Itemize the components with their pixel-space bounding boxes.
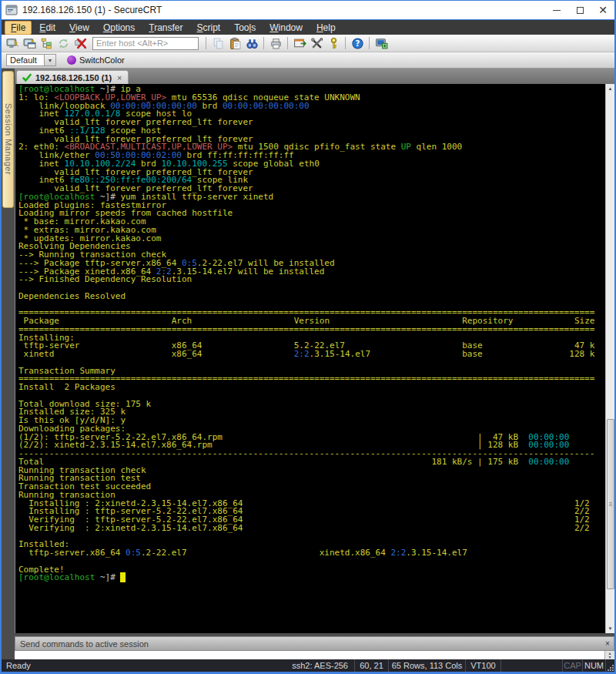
menu-item-window[interactable]: Window: [263, 21, 309, 35]
main-area: Session Manager 192.168.126.150 (1) × [r…: [2, 69, 614, 659]
firewall-combo[interactable]: Default ▼: [6, 54, 56, 66]
paste-button[interactable]: [227, 36, 243, 51]
send-bar-close-icon[interactable]: ×: [601, 639, 614, 648]
quick-connect-icon: [6, 37, 19, 50]
status-ready: Ready: [2, 659, 216, 672]
tab-bar: 192.168.126.150 (1) ×: [15, 69, 614, 84]
menu-item-options[interactable]: Options: [97, 21, 141, 35]
toolbar-separator: [263, 37, 264, 49]
close-button[interactable]: ✕: [591, 1, 614, 19]
menu-item-view[interactable]: View: [63, 21, 95, 35]
toolbar-separator: [345, 37, 346, 49]
status-caps-lock: CAP: [562, 659, 582, 672]
status-num-lock: NUM: [582, 659, 605, 672]
clone-session-button[interactable]: [373, 36, 389, 51]
switch-color-button[interactable]: SwitchColor: [64, 55, 128, 65]
menu-item-file[interactable]: File: [5, 21, 32, 35]
content-column: 192.168.126.150 (1) × [root@localhost ~]…: [15, 69, 614, 659]
find-icon: [246, 37, 259, 50]
scrollbar-grip: [609, 504, 612, 505]
terminal-line: [18, 533, 605, 542]
terminal-line: [root@localhost ~]#: [18, 574, 605, 582]
status-protocol: ssh2: AES-256: [216, 659, 354, 672]
keymap-button[interactable]: [326, 36, 341, 51]
menu-item-edit[interactable]: Edit: [33, 21, 62, 35]
scrollbar-up-icon[interactable]: ▲: [606, 84, 614, 93]
terminal-cursor: [120, 572, 126, 582]
status-terminal-size: 65 Rows, 113 Cols: [388, 659, 465, 672]
session-manager-tab[interactable]: Session Manager: [2, 71, 14, 208]
tab-close-icon[interactable]: ×: [117, 73, 122, 82]
reconnect-button[interactable]: [55, 36, 71, 51]
disconnect-button[interactable]: [72, 36, 88, 51]
session-options-icon: [293, 37, 306, 50]
connect-dialog-icon: [23, 37, 36, 50]
session-manager-button[interactable]: [38, 36, 54, 51]
terminal-line: Verifying : 2:xinetd-2.3.15-14.el7.x86_6…: [18, 525, 605, 533]
session-manager-icon: [40, 37, 53, 50]
scrollbar-thumb[interactable]: [607, 419, 614, 589]
securecrt-window: 192.168.126.150 (1) - SecureCRT ✕ FileEd…: [0, 0, 616, 674]
global-options-icon: [310, 37, 323, 50]
send-commands-bar[interactable]: Send commands to active session ×: [15, 636, 614, 651]
toolbar-separator: [206, 37, 206, 49]
menu-item-script[interactable]: Script: [191, 21, 227, 35]
terminal-scrollbar[interactable]: ▲ ▼: [605, 84, 614, 633]
connect-dialog-button[interactable]: [22, 36, 37, 51]
terminal-line: tftp-server.x86_64 0:5.2-22.el7 xinetd.x…: [18, 549, 605, 558]
app-icon: [5, 4, 18, 16]
firewall-combo-value: Default: [6, 54, 45, 66]
session-tab[interactable]: 192.168.126.150 (1) ×: [16, 70, 129, 84]
switch-color-label: SwitchColor: [79, 55, 125, 65]
resize-grip[interactable]: [605, 659, 614, 672]
copy-button[interactable]: [210, 36, 226, 51]
chevron-down-icon[interactable]: ▼: [45, 54, 56, 66]
secondary-toolbar: Default ▼ SwitchColor: [2, 52, 614, 69]
help-button[interactable]: ?: [350, 36, 365, 51]
keymap-icon: [327, 37, 340, 50]
status-bar: Ready ssh2: AES-256 60, 21 65 Rows, 113 …: [2, 659, 614, 672]
find-button[interactable]: [244, 36, 259, 51]
menu-item-help[interactable]: Help: [310, 21, 342, 35]
maximize-button[interactable]: [568, 1, 591, 19]
host-input[interactable]: [92, 37, 199, 50]
scrollbar-down-icon[interactable]: ▼: [606, 624, 614, 633]
status-cursor-position: 60, 21: [354, 659, 388, 672]
send-command-input[interactable]: [15, 651, 604, 659]
quick-connect-button[interactable]: [5, 36, 20, 51]
session-tab-label: 192.168.126.150 (1): [35, 73, 112, 82]
send-input-row: ▲▼: [15, 651, 614, 659]
disconnect-icon: [74, 37, 87, 50]
send-input-spinner[interactable]: ▲▼: [604, 651, 614, 659]
print-button[interactable]: [268, 36, 283, 51]
paste-icon: [229, 37, 242, 50]
terminal-output[interactable]: [root@localhost ~]# ip a1: lo: <LOOPBACK…: [15, 84, 605, 633]
terminal-line: xinetd x86_64 2:2.3.15-14.el7 base 128 k: [18, 350, 605, 359]
terminal-row: [root@localhost ~]# ip a1: lo: <LOOPBACK…: [15, 84, 614, 633]
global-options-button[interactable]: [309, 36, 324, 51]
toolbar-separator: [287, 37, 288, 49]
status-spacer: [500, 659, 562, 672]
terminal-line: Dependencies Resolved: [18, 293, 605, 301]
send-commands-label: Send commands to active session: [15, 639, 601, 649]
copy-icon: [212, 37, 225, 50]
menu-item-tools[interactable]: Tools: [228, 21, 262, 35]
resize-grip-dots: [607, 664, 614, 671]
toolbar-separator: [369, 37, 370, 49]
sidebar-strip: Session Manager: [2, 69, 15, 659]
svg-text:?: ?: [355, 39, 360, 48]
print-icon: [270, 37, 283, 50]
session-options-button[interactable]: [292, 36, 307, 51]
terminal-line: ========================================…: [18, 326, 605, 334]
terminal-line: Install 2 Packages: [18, 384, 605, 392]
menu-item-transfer[interactable]: Transfer: [142, 21, 189, 35]
help-icon: ?: [351, 37, 364, 50]
connected-check-icon: [22, 73, 32, 82]
menu-bar: FileEditViewOptionsTransferScriptToolsWi…: [2, 19, 614, 35]
minimize-button[interactable]: [545, 1, 568, 19]
session-manager-tab-label: Session Manager: [4, 103, 13, 175]
color-ball-icon: [67, 55, 76, 65]
close-icon: ✕: [598, 5, 608, 15]
status-emulation: VT100: [465, 659, 500, 672]
minimize-icon: [553, 10, 561, 11]
